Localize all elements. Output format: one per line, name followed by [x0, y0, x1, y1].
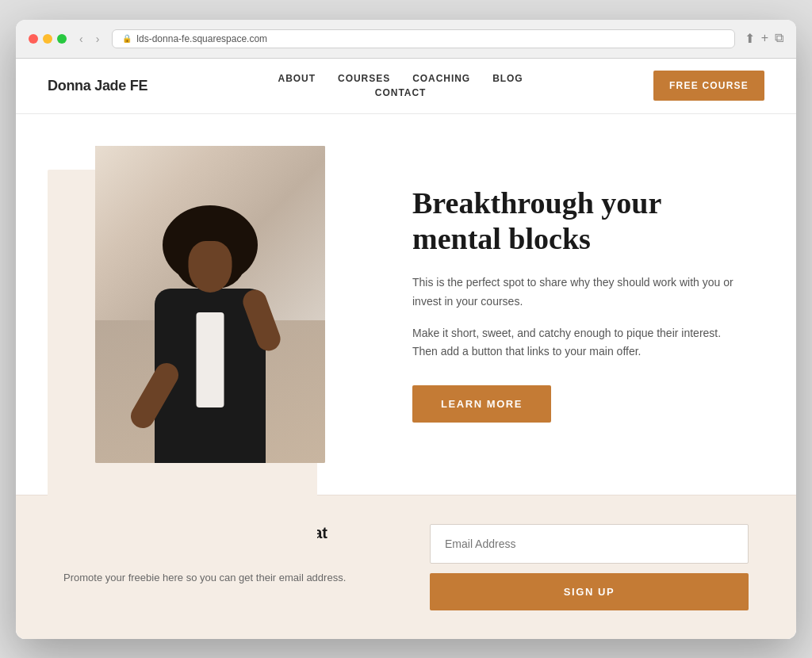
nav-contact[interactable]: CONTACT — [375, 87, 427, 98]
hero-image-area — [63, 146, 365, 463]
browser-chrome: ‹ › 🔒 lds-donna-fe.squarespace.com ⬆ + ⧉ — [16, 20, 796, 59]
free-course-button[interactable]: FREE COURSE — [653, 71, 764, 101]
minimize-button[interactable] — [43, 34, 52, 44]
nav-row-top: ABOUT COURSES COACHING BLOG — [278, 73, 523, 84]
email-input[interactable] — [430, 524, 749, 564]
address-bar[interactable]: 🔒 lds-donna-fe.squarespace.com — [112, 29, 734, 48]
signup-form: SIGN UP — [430, 524, 749, 610]
site-nav: ABOUT COURSES COACHING BLOG CONTACT — [278, 73, 523, 98]
learn-more-button[interactable]: LEARN MORE — [412, 385, 551, 423]
signup-description: Promote your freebie here so you can get… — [63, 570, 382, 587]
traffic-lights — [29, 34, 67, 44]
person-figure — [131, 209, 289, 463]
hero-title: Breakthrough your mental blocks — [412, 186, 749, 258]
nav-courses[interactable]: COURSES — [338, 73, 390, 84]
browser-window: ‹ › 🔒 lds-donna-fe.squarespace.com ⬆ + ⧉… — [16, 20, 796, 639]
nav-blog[interactable]: BLOG — [492, 73, 523, 84]
new-tab-icon[interactable]: + — [761, 31, 768, 46]
close-button[interactable] — [29, 34, 38, 44]
hero-photo — [95, 146, 325, 463]
hero-section: Breakthrough your mental blocks This is … — [16, 114, 796, 495]
hero-content: Breakthrough your mental blocks This is … — [412, 186, 749, 423]
site-logo: Donna Jade FE — [48, 78, 147, 94]
nav-row-bottom: CONTACT — [375, 87, 427, 98]
website-content: Donna Jade FE ABOUT COURSES COACHING BLO… — [16, 59, 796, 639]
site-header: Donna Jade FE ABOUT COURSES COACHING BLO… — [16, 59, 796, 114]
signup-button[interactable]: SIGN UP — [430, 573, 749, 610]
forward-button[interactable]: › — [93, 31, 103, 47]
hero-description-1: This is the perfect spot to share why th… — [412, 274, 749, 312]
lock-icon: 🔒 — [122, 34, 132, 43]
tabs-icon[interactable]: ⧉ — [775, 31, 783, 46]
person-illustration — [95, 146, 325, 463]
back-button[interactable]: ‹ — [76, 31, 86, 47]
person-face — [189, 241, 232, 293]
browser-controls: ‹ › — [76, 31, 102, 47]
hero-description-2: Make it short, sweet, and catchy enough … — [412, 324, 749, 362]
share-icon[interactable]: ⬆ — [745, 31, 755, 46]
maximize-button[interactable] — [57, 34, 67, 44]
nav-about[interactable]: ABOUT — [278, 73, 316, 84]
url-text: lds-donna-fe.squarespace.com — [136, 33, 267, 44]
browser-actions: ⬆ + ⧉ — [745, 31, 783, 46]
nav-coaching[interactable]: COACHING — [412, 73, 470, 84]
